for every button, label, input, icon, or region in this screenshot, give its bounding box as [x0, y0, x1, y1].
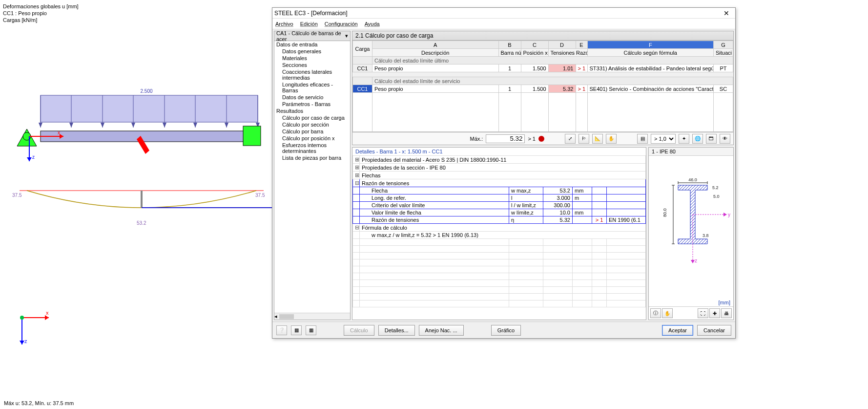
help-icon[interactable]: ❔ [276, 325, 287, 335]
grid-toolbar: Máx.: > 1 ⤢ 🏳 📐 ✋ ▤ > 1,0 ✦ 🌐 🗔 👁 [352, 132, 734, 145]
close-icon[interactable]: ✕ [720, 9, 733, 17]
viewport-info: Deformaciones globales u [mm] CC1 : Peso… [3, 3, 79, 23]
tool-icon[interactable]: 🌐 [692, 134, 703, 144]
menu-archivo[interactable]: Archivo [275, 21, 293, 27]
svg-marker-39 [20, 341, 24, 344]
max-gt: > 1 [528, 136, 536, 142]
svg-marker-36 [45, 315, 49, 320]
menu-configuracion[interactable]: Configuración [325, 21, 358, 27]
tool-icon[interactable]: 🗔 [706, 134, 717, 144]
svg-marker-25 [27, 157, 32, 161]
tree-hscroll[interactable]: ◂ [274, 313, 350, 320]
details-panel: Detalles - Barra 1 - x: 1.500 m - CC1 ⊞P… [352, 147, 646, 320]
table-row-selected[interactable]: CC1 Peso propio 1 1.500 5.32 > 1 SE401) … [353, 85, 733, 93]
tool-icon[interactable]: ▦ [291, 325, 302, 335]
tree-item[interactable]: Parámetros - Barras [274, 101, 350, 108]
tool-icon[interactable]: ⛶ [698, 308, 708, 318]
details-grid[interactable]: ⊞Propiedades del material - Acero S 235 … [352, 155, 646, 320]
profile-units: [mm] [649, 299, 733, 306]
tree-item[interactable]: Cálculo por posición x [274, 135, 350, 142]
cancel-button[interactable]: Cancelar [697, 325, 731, 336]
tool-icon[interactable]: ▦ [306, 325, 316, 335]
tool-icon[interactable]: ✋ [606, 134, 617, 144]
details-title: Detalles - Barra 1 - x: 1.500 m - CC1 [352, 148, 646, 155]
tool-icon[interactable]: 👁 [720, 134, 730, 144]
tree-group-results[interactable]: Resultados [274, 108, 350, 114]
menubar: Archivo Edición Configuración Ayuda [272, 19, 735, 29]
tree-item[interactable]: Cálculo por sección [274, 121, 350, 128]
svg-text:z: z [695, 258, 697, 263]
status-bar: Máx u: 53.2, Mín. u: 37.5 mm [4, 400, 74, 406]
nav-tree: CA1 - Cálculo de barras de acer▾ Datos d… [274, 31, 351, 320]
tree-item[interactable]: Esfuerzos internos determinantes [274, 142, 350, 154]
svg-text:x: x [46, 310, 49, 316]
svg-text:46.0: 46.0 [688, 177, 697, 182]
tool-icon[interactable]: ⤢ [565, 134, 576, 144]
tool-icon[interactable]: 🏳 [579, 134, 589, 144]
svg-text:y: y [728, 212, 730, 217]
svg-text:37.5: 37.5 [255, 193, 265, 198]
tree-item[interactable]: Cálculo por barra [274, 128, 350, 135]
filter-icon[interactable]: ▤ [637, 134, 648, 144]
graph-button[interactable]: Gráfico [491, 325, 521, 336]
details-button[interactable]: Detalles... [378, 325, 415, 336]
svg-marker-9 [39, 123, 42, 128]
tree-group-input[interactable]: Datos de entrada [274, 41, 350, 48]
svg-marker-14 [193, 123, 197, 128]
tree-item[interactable]: Secciones [274, 62, 350, 68]
svg-marker-54 [723, 213, 727, 216]
profile-title: 1 - IPE 80 [649, 148, 733, 156]
svg-marker-57 [691, 260, 695, 263]
tool-icon[interactable]: ✦ [679, 134, 689, 144]
section-title: 2.1 Cálculo por caso de carga [352, 31, 734, 41]
max-label: Máx.: [470, 136, 483, 142]
accept-button[interactable]: Aceptar [662, 325, 693, 336]
tree-item[interactable]: Longitudes eficaces - Barras [274, 81, 350, 94]
svg-marker-13 [163, 123, 166, 128]
svg-text:80.0: 80.0 [662, 208, 667, 217]
svg-text:53.2: 53.2 [137, 220, 146, 226]
svg-marker-11 [101, 123, 104, 128]
filter-select[interactable]: > 1,0 [651, 134, 676, 144]
tree-item[interactable]: Cálculo por caso de carga [274, 114, 350, 121]
tool-icon[interactable]: 📐 [592, 134, 603, 144]
tree-item[interactable]: Materiales [274, 55, 350, 62]
svg-text:5.2: 5.2 [712, 185, 719, 190]
menu-ayuda[interactable]: Ayuda [365, 21, 380, 27]
load-value: 2.500 [140, 88, 152, 94]
menu-edicion[interactable]: Edición [300, 21, 318, 27]
col-carga: Carga [353, 41, 372, 57]
svg-text:3.8: 3.8 [703, 233, 709, 238]
case-combo[interactable]: CA1 - Cálculo de barras de acer▾ [274, 31, 350, 41]
svg-rect-20 [243, 126, 261, 146]
tree-item[interactable]: Lista de piezas por barra [274, 154, 350, 161]
window-title: STEEL EC3 - [Deformacion] [274, 10, 720, 17]
status-dot-icon [538, 136, 544, 142]
svg-text:x: x [58, 130, 60, 135]
info-icon[interactable]: ⓘ [650, 308, 661, 318]
dialog-steel-ec3: STEEL EC3 - [Deformacion] ✕ Archivo Edic… [272, 7, 736, 339]
svg-text:37.5: 37.5 [12, 193, 22, 198]
table-row[interactable]: CC1 Peso propio 1 1.500 1.01 > 1 ST331) … [353, 65, 733, 72]
results-grid[interactable]: Carga A B C D E F G Descripción Barra nú… [352, 41, 734, 132]
svg-rect-0 [41, 95, 258, 122]
svg-rect-17 [41, 131, 258, 142]
max-value-input[interactable] [486, 134, 525, 143]
profile-drawing: 46.0 80.0 5.2 5.0 3.8 y z [649, 156, 733, 299]
anejo-button[interactable]: Anejo Nac. ... [419, 325, 464, 336]
svg-text:z: z [24, 338, 27, 344]
profile-panel: 1 - IPE 80 46.0 80.0 [648, 147, 734, 320]
calc-button[interactable]: Cálculo [344, 325, 374, 336]
tool-icon[interactable]: ✋ [662, 308, 673, 318]
tree-item[interactable]: Datos de servicio [274, 94, 350, 101]
tree-item[interactable]: Coacciones laterales intermedias [274, 68, 350, 81]
print-icon[interactable]: 🖶 [721, 308, 732, 318]
svg-text:5.0: 5.0 [713, 194, 720, 199]
tool-icon[interactable]: ✚ [709, 308, 720, 318]
titlebar[interactable]: STEEL EC3 - [Deformacion] ✕ [272, 8, 735, 19]
svg-marker-10 [69, 123, 73, 128]
svg-marker-15 [225, 123, 228, 128]
svg-point-41 [20, 316, 24, 320]
tree-item[interactable]: Datos generales [274, 48, 350, 55]
chevron-down-icon: ▾ [345, 33, 348, 39]
